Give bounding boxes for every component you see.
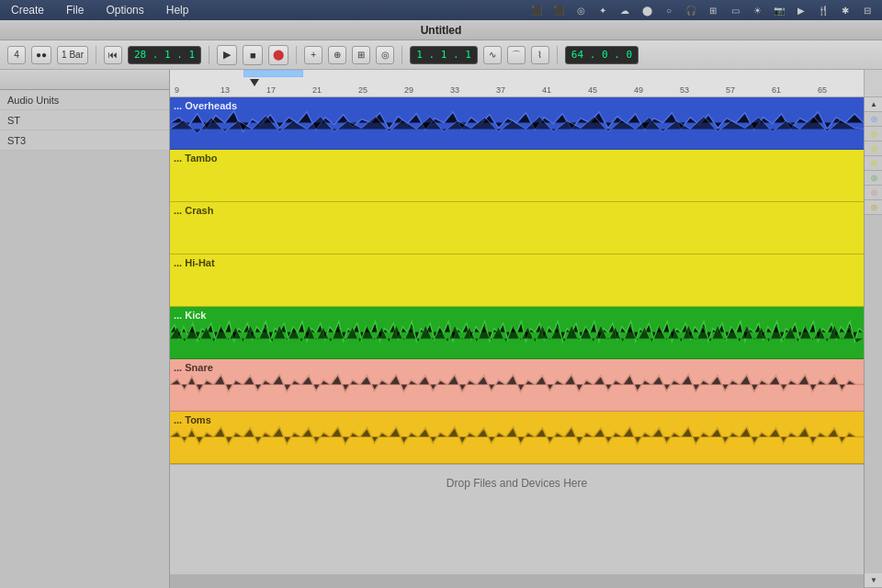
ruler-mark-41: 41	[542, 85, 551, 95]
icon-cloud: ☁	[617, 4, 632, 17]
svg-rect-6	[170, 412, 864, 463]
icon-battery: ⊟	[860, 4, 875, 17]
mode-selector[interactable]: 4	[7, 46, 26, 64]
icon-monitor: ▭	[728, 4, 742, 17]
ruler-bg: 91317212529333741454953576165	[170, 70, 864, 96]
loop-btn[interactable]: ◎	[376, 46, 394, 64]
track-waveform-toms	[170, 412, 864, 463]
icon-fork: 🍴	[816, 4, 831, 17]
track-area: 91317212529333741454953576165 ... Overhe…	[170, 70, 882, 588]
menu-create[interactable]: Create	[7, 2, 48, 18]
ruler-mark-25: 25	[358, 85, 368, 95]
ruler-mark-45: 45	[588, 85, 597, 95]
panel-item-st3[interactable]: ST3	[0, 130, 169, 151]
svg-rect-5	[170, 359, 864, 411]
sep5	[557, 46, 558, 64]
icon-circle: ○	[662, 4, 676, 17]
svg-rect-1	[170, 150, 864, 201]
sep3	[296, 46, 297, 64]
main-area: Audio Units ST ST3 913172125293337414549…	[0, 70, 882, 588]
ruler-scrollbar[interactable]	[864, 70, 882, 96]
panel-item-audio-units[interactable]: Audio Units	[0, 90, 169, 110]
track-waveform-kick	[170, 307, 864, 358]
play-button[interactable]: ▶	[217, 45, 237, 65]
icon-grid: ⊞	[706, 4, 720, 17]
track-waveform-hihat	[170, 254, 864, 306]
drop-zone: Drop Files and Devices Here	[170, 464, 864, 501]
record-mode[interactable]: ●●	[31, 46, 51, 64]
time-display: 1 . 1 . 1	[410, 46, 478, 64]
svg-rect-3	[170, 254, 864, 306]
position-display: 28 . 1 . 1	[128, 46, 201, 64]
svg-rect-2	[170, 202, 864, 254]
sep4	[401, 46, 402, 64]
time-mode2[interactable]: ⌒	[507, 46, 526, 64]
menu-help[interactable]: Help	[163, 2, 193, 18]
end-display: 64 . 0 . 0	[565, 46, 639, 64]
icon-wifi: ◎	[573, 4, 588, 17]
add-track[interactable]: +	[304, 46, 322, 64]
sep1	[96, 46, 96, 64]
tracks-and-scroll: ... Overheads	[170, 97, 882, 588]
ruler-mark-29: 29	[404, 85, 413, 95]
track-row-tambo: ... Tambo	[170, 150, 864, 202]
record-button[interactable]: ⬤	[268, 45, 288, 65]
menu-options[interactable]: Options	[102, 2, 147, 18]
scroll-empty	[865, 215, 882, 573]
track-waveform-overheads	[170, 97, 864, 149]
ruler-mark-65: 65	[818, 85, 827, 95]
icon-star: ✦	[595, 4, 610, 17]
time-mode3[interactable]: ⌇	[531, 46, 549, 64]
track-scroll-hihat[interactable]: ◎	[865, 156, 882, 171]
loop-region	[243, 70, 303, 77]
ruler-marks: 91317212529333741454953576165	[170, 79, 864, 96]
ruler-mark-37: 37	[496, 85, 505, 95]
track-scroll-overheads[interactable]: ◎	[865, 112, 882, 127]
icon-bluetooth: ✱	[838, 4, 853, 17]
snap-btn[interactable]: ⊞	[352, 46, 370, 64]
track-row-snare: ... Snare	[170, 359, 864, 412]
icon-hd2: ⬛	[551, 4, 566, 17]
track-scroll-crash[interactable]: ◎	[865, 141, 882, 156]
ruler-mark-33: 33	[450, 85, 459, 95]
sep2	[209, 46, 209, 64]
bar-selector[interactable]: 1 Bar	[57, 46, 88, 64]
playhead-marker	[250, 79, 259, 86]
track-row-toms: ... Toms	[170, 412, 864, 464]
track-scroll-kick[interactable]: ◎	[865, 171, 882, 186]
icon-hd1: ⬛	[529, 4, 544, 17]
rewind-to-start[interactable]: ⏮	[104, 46, 122, 64]
panel-item-st[interactable]: ST	[0, 110, 169, 130]
titlebar: Untitled	[0, 20, 882, 40]
ruler-mark-61: 61	[772, 85, 781, 95]
icon-sun: ☀	[750, 4, 764, 17]
left-panel-header	[0, 70, 169, 90]
ruler-mark-21: 21	[312, 85, 322, 95]
track-waveform-crash	[170, 202, 864, 254]
bottom-empty-area	[170, 501, 864, 574]
track-waveform-snare	[170, 359, 864, 411]
track-scroll-tambo[interactable]: ◎	[865, 127, 882, 141]
time-mode[interactable]: ∿	[483, 46, 502, 64]
link-btn[interactable]: ⊕	[328, 46, 346, 64]
window-title: Untitled	[421, 24, 462, 37]
icon-headphone: 🎧	[684, 4, 698, 17]
icon-rec: ⬤	[639, 4, 654, 17]
track-scroll-toms[interactable]: ◎	[865, 200, 882, 215]
scroll-up[interactable]: ▲	[865, 97, 882, 112]
scroll-down[interactable]: ▼	[865, 573, 882, 588]
tracks-main[interactable]: ... Overheads	[170, 97, 864, 588]
track-row-crash: ... Crash	[170, 202, 864, 254]
track-scroll-snare[interactable]: ◎	[865, 186, 882, 200]
ruler-mark-57: 57	[726, 85, 735, 95]
track-waveform-tambo	[170, 150, 864, 201]
stop-button[interactable]: ■	[243, 45, 263, 65]
panel-empty-space	[0, 151, 169, 588]
track-row-hihat: ... Hi-Hat	[170, 254, 864, 307]
ruler-mark-17: 17	[266, 85, 276, 95]
toolbar: 4 ●● 1 Bar ⏮ 28 . 1 . 1 ▶ ■ ⬤ + ⊕ ⊞ ◎ 1 …	[0, 40, 882, 70]
ruler: 91317212529333741454953576165	[170, 70, 882, 97]
ruler-mark-53: 53	[680, 85, 689, 95]
menubar: Create File Options Help ⬛ ⬛ ◎ ✦ ☁ ⬤ ○ 🎧…	[0, 0, 882, 20]
menu-file[interactable]: File	[62, 2, 87, 18]
